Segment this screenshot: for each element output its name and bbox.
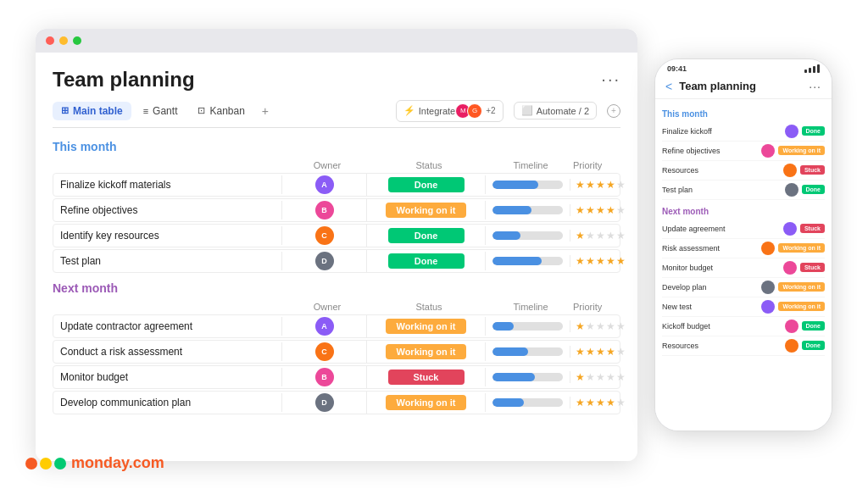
avatar: D (315, 393, 334, 412)
status-badge[interactable]: Done (388, 228, 465, 243)
status-cell[interactable]: Working on it (367, 342, 486, 361)
list-item: Monitor budget Stuck (662, 258, 825, 278)
timeline-cell (486, 230, 570, 242)
status-badge[interactable]: Done (388, 177, 465, 192)
list-item: Develop plan Working on it (662, 278, 825, 297)
avatar-2: G (467, 103, 482, 119)
status-cell[interactable]: Stuck (367, 368, 486, 386)
section-this-month: This month Owner Status Timeline Priorit… (53, 138, 620, 273)
avatar: B (315, 368, 334, 386)
table-icon: ⊞ (61, 105, 69, 116)
mobile-status-badge: Done (802, 321, 826, 331)
mobile-status-badge: Working on it (778, 302, 825, 311)
section-title-this-month: This month (53, 138, 620, 155)
gantt-icon: ≡ (143, 106, 148, 116)
tab-gantt[interactable]: ≡ Gantt (135, 102, 186, 120)
timeline-fill (492, 347, 528, 356)
timeline-fill (492, 322, 514, 331)
minimize-dot[interactable] (59, 36, 68, 45)
owner-cell: C (282, 341, 367, 363)
timeline-cell (486, 346, 570, 358)
status-cell[interactable]: Done (367, 252, 486, 270)
mobile-signal (804, 64, 820, 73)
avatar: C (315, 342, 334, 361)
list-item: Risk assessment Working on it (662, 239, 825, 258)
table-header-next-month: Owner Status Timeline Priority (53, 300, 620, 314)
avatar: D (315, 252, 334, 270)
automate-button[interactable]: ⬜ Automate / 2 (514, 102, 597, 119)
task-name: Identify key resources (53, 226, 282, 245)
status-cell[interactable]: Working on it (367, 317, 486, 336)
task-name: Conduct a risk assessment (53, 342, 282, 361)
owner-cell: B (282, 199, 367, 221)
owner-cell: A (282, 315, 367, 337)
priority-cell: ★★★★★ (570, 319, 596, 334)
timeline-bar (492, 257, 563, 265)
table-row: Conduct a risk assessment C Working on i… (53, 340, 620, 364)
timeline-bar (492, 347, 563, 356)
priority-cell: ★★★★★ (570, 370, 596, 385)
task-name: Test plan (53, 252, 282, 270)
status-badge[interactable]: Working on it (386, 395, 465, 410)
table-row: Monitor budget B Stuck ★★★★★ (53, 365, 620, 389)
status-badge[interactable]: Stuck (388, 370, 465, 385)
logo-dots (25, 458, 66, 470)
mobile-status-badge: Stuck (800, 224, 825, 233)
timeline-fill (492, 181, 538, 189)
avatar: A (315, 175, 334, 194)
status-cell[interactable]: Working on it (367, 201, 486, 219)
list-item: Finalize kickoff Done (662, 122, 825, 142)
add-column-button[interactable]: + (607, 104, 620, 118)
maximize-dot[interactable] (73, 36, 81, 45)
more-options-button[interactable]: ··· (601, 69, 620, 89)
add-tab-button[interactable]: + (257, 103, 274, 119)
logo-dot-orange (25, 458, 37, 470)
status-cell[interactable]: Done (367, 226, 486, 245)
priority-cell: ★★★★★ (570, 203, 596, 218)
close-dot[interactable] (46, 36, 54, 45)
tab-bar: ⊞ Main table ≡ Gantt ⊡ Kanban + ⚡ Integr… (53, 100, 620, 128)
status-cell[interactable]: Working on it (367, 393, 486, 412)
table-header-this-month: Owner Status Timeline Priority (53, 158, 620, 172)
status-badge[interactable]: Working on it (386, 203, 465, 218)
task-name: Finalize kickoff materials (53, 175, 282, 194)
mobile-more-button[interactable]: ··· (809, 80, 821, 93)
table-row: Test plan D Done ★★★★★ (53, 249, 620, 273)
timeline-bar (492, 373, 563, 381)
mobile-status-badge: Done (802, 185, 826, 194)
task-name: Develop communication plan (53, 393, 282, 412)
owner-cell: B (282, 366, 367, 388)
timeline-cell (486, 204, 570, 216)
timeline-cell (486, 320, 570, 332)
timeline-bar (492, 398, 563, 407)
task-name: Update contractor agreement (53, 317, 282, 336)
status-badge[interactable]: Working on it (386, 319, 465, 334)
integrate-button[interactable]: ⚡ Integrate M G +2 (396, 100, 504, 122)
priority-cell: ★★★★★ (570, 177, 596, 192)
section-next-month: Next month Owner Status Timeline Priorit… (53, 280, 620, 414)
status-badge[interactable]: Done (388, 253, 465, 269)
col-status-2: Status (370, 302, 488, 312)
status-cell[interactable]: Done (367, 175, 486, 194)
mobile-avatar (761, 144, 775, 158)
tab-kanban[interactable]: ⊡ Kanban (189, 102, 253, 120)
mobile-avatar (783, 222, 797, 236)
list-item: Refine objectives Working on it (662, 142, 825, 161)
mobile-status-bar: 09:41 (655, 59, 832, 75)
owner-cell: D (282, 392, 367, 414)
timeline-fill (492, 398, 524, 407)
mobile-section-next-month: Next month (662, 207, 825, 216)
list-item: Resources Done (662, 336, 825, 356)
avatar: A (315, 317, 334, 336)
tab-main-table[interactable]: ⊞ Main table (53, 102, 131, 120)
timeline-bar (492, 206, 563, 214)
kanban-icon: ⊡ (198, 105, 205, 116)
list-item: New test Working on it (662, 297, 825, 317)
mobile-window: 09:41 < Team planning ··· This month Fin… (654, 58, 832, 431)
priority-cell: ★★★★★ (570, 395, 596, 410)
mobile-status-badge: Done (802, 126, 826, 136)
timeline-cell (486, 255, 570, 267)
status-badge[interactable]: Working on it (386, 344, 465, 359)
back-button[interactable]: < (665, 80, 672, 93)
mobile-status-badge: Stuck (800, 263, 825, 272)
